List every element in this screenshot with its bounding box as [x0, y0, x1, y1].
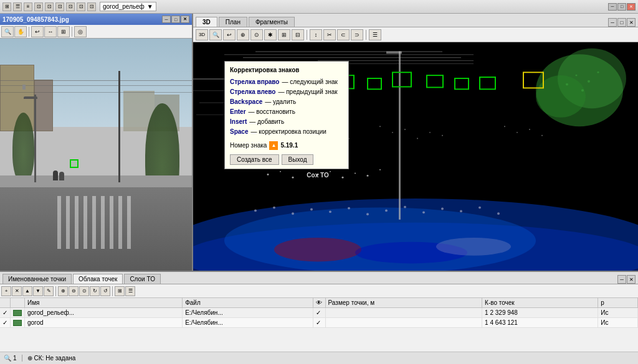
photo-content[interactable]	[0, 39, 192, 271]
tab-fragments[interactable]: Фрагменты	[249, 17, 295, 27]
svg-point-68	[366, 213, 369, 215]
row2-check[interactable]: ✓	[0, 318, 11, 328]
vt-sep1	[307, 30, 307, 40]
view-min-btn[interactable]: ─	[608, 18, 617, 27]
tab-3d[interactable]: 3D	[196, 17, 217, 27]
photo-tool-6[interactable]: ◎	[74, 26, 87, 37]
exit-btn[interactable]: Выход	[282, 154, 314, 165]
bt-1[interactable]: +	[1, 286, 11, 296]
svg-point-16	[558, 49, 626, 109]
bottom-close-btn[interactable]: ✕	[627, 275, 636, 284]
hint-desc-1: — следующий знак	[282, 77, 338, 87]
th-size-val: Размер точки, м	[325, 298, 482, 308]
status-coord: ⊕ СК: Не задана	[27, 355, 81, 362]
sep1	[29, 27, 29, 37]
svg-point-52	[267, 174, 269, 175]
view-tabs: 3D План Фрагменты ─ □ ✕	[193, 14, 638, 27]
bt-2[interactable]: ✕	[12, 286, 22, 296]
vt-5[interactable]: ⊙	[250, 29, 263, 40]
svg-rect-13	[399, 51, 401, 219]
vt-8[interactable]: ⊟	[292, 29, 304, 40]
bt-3[interactable]: ▲	[22, 286, 32, 296]
bt-8[interactable]: ⊙	[79, 286, 89, 296]
tb-icon-1[interactable]: ⊞	[2, 2, 11, 11]
bt-9[interactable]: ↻	[90, 286, 100, 296]
pointcloud-view[interactable]: Корректировка знаков Стрелка вправо — сл…	[193, 42, 638, 271]
vt-11[interactable]: ⊂	[337, 29, 350, 40]
tb-icon-9[interactable]: ⊡	[87, 2, 96, 11]
detection-box	[70, 159, 79, 168]
bottom-content: Имя Файл 👁 Размер точки, м К-во точек р …	[0, 298, 638, 352]
bt-7[interactable]: ⊖	[69, 286, 79, 296]
hint-title: Корректировка знаков	[230, 65, 343, 75]
row2-flag: Ис	[598, 318, 638, 328]
create-all-btn[interactable]: Создать все	[230, 154, 279, 165]
vt-2[interactable]: 🔍	[209, 29, 222, 40]
vt-12[interactable]: ⊃	[351, 29, 363, 40]
tb-icon-4[interactable]: ⊡	[34, 2, 43, 11]
svg-point-45	[417, 138, 418, 139]
hint-row-4: Enter — восстановить	[230, 107, 343, 117]
row1-size-val	[325, 308, 482, 318]
vt-13[interactable]: ☰	[369, 29, 381, 40]
tb-icon-8[interactable]: ⊡	[77, 2, 85, 11]
bt-10[interactable]: ↺	[100, 286, 110, 296]
vt-6[interactable]: ✱	[264, 29, 277, 40]
tb-icon-3[interactable]: ≡	[24, 2, 32, 11]
bt-5[interactable]: ✎	[44, 286, 54, 296]
photo-tool-2[interactable]: ✋	[14, 26, 27, 37]
svg-point-15	[536, 54, 623, 126]
tab-point-clouds[interactable]: Облака точек	[73, 274, 123, 284]
svg-point-70	[404, 206, 406, 208]
photo-tool-5[interactable]: ⊞	[57, 26, 70, 37]
photo-close-btn[interactable]: ✕	[181, 16, 189, 23]
svg-point-18	[566, 83, 568, 86]
photo-tool-1[interactable]: 🔍	[1, 26, 14, 37]
photo-min-btn[interactable]: ─	[162, 16, 171, 23]
hint-row-1: Стрелка вправо — следующий знак	[230, 77, 343, 87]
th-icon	[11, 298, 25, 308]
bt-11[interactable]: ⊞	[115, 286, 125, 296]
hint-key-2: Стрелка влево	[230, 87, 275, 97]
vt-3[interactable]: ↩	[223, 29, 236, 40]
win-min-btn[interactable]: ─	[608, 3, 617, 11]
row1-size-check[interactable]: ✓	[313, 308, 325, 318]
svg-point-64	[292, 212, 294, 215]
tab-plan[interactable]: План	[219, 17, 247, 27]
photo-tool-4[interactable]: ↔	[44, 26, 57, 37]
hint-desc-2: — предыдущий знак	[278, 87, 337, 97]
tb-icon-7[interactable]: ⊡	[66, 2, 75, 11]
win-close-btn[interactable]: ✕	[627, 3, 636, 11]
bottom-tab-controls: ─ ✕	[617, 275, 636, 284]
svg-point-66	[329, 210, 331, 213]
photo-tool-3[interactable]: ↩	[31, 26, 44, 37]
tb-icon-6[interactable]: ⊡	[55, 2, 64, 11]
bottom-min-btn[interactable]: ─	[617, 275, 626, 284]
photo-max-btn[interactable]: □	[171, 16, 180, 23]
view-close-btn[interactable]: ✕	[627, 18, 636, 27]
bt-4[interactable]: ▼	[33, 286, 43, 296]
photo-toolbar: 🔍 ✋ ↩ ↔ ⊞ ◎	[0, 25, 192, 39]
tb-icon-2[interactable]: ☰	[13, 2, 22, 11]
view-max-btn[interactable]: □	[617, 18, 626, 27]
vt-4[interactable]: ⊕	[237, 29, 249, 40]
vt-7[interactable]: ⊞	[278, 29, 290, 40]
bt-12[interactable]: ☰	[125, 286, 135, 296]
vt-sep2	[366, 30, 366, 40]
vt-1[interactable]: 3D	[196, 29, 208, 40]
title-dropdown[interactable]: gorod_рельеф ▼	[100, 2, 156, 11]
win-max-btn[interactable]: □	[617, 3, 626, 11]
tab-sloi-to[interactable]: Слои ТО	[124, 274, 161, 284]
th-count: К-во точек	[482, 298, 598, 308]
row2-size-check[interactable]: ✓	[313, 318, 325, 328]
status-zoom: 🔍 1	[4, 355, 22, 362]
vt-9[interactable]: ↕	[310, 29, 322, 40]
tb-icon-5[interactable]: ⊡	[45, 2, 54, 11]
row1-check[interactable]: ✓	[0, 308, 11, 318]
bt-6[interactable]: ⊕	[58, 286, 68, 296]
svg-point-43	[392, 132, 393, 133]
svg-point-19	[576, 75, 578, 77]
vt-10[interactable]: ✂	[323, 29, 336, 40]
tab-named-points[interactable]: Именованные точки	[2, 274, 72, 284]
row1-name: gorod_рельеф...	[25, 308, 183, 318]
